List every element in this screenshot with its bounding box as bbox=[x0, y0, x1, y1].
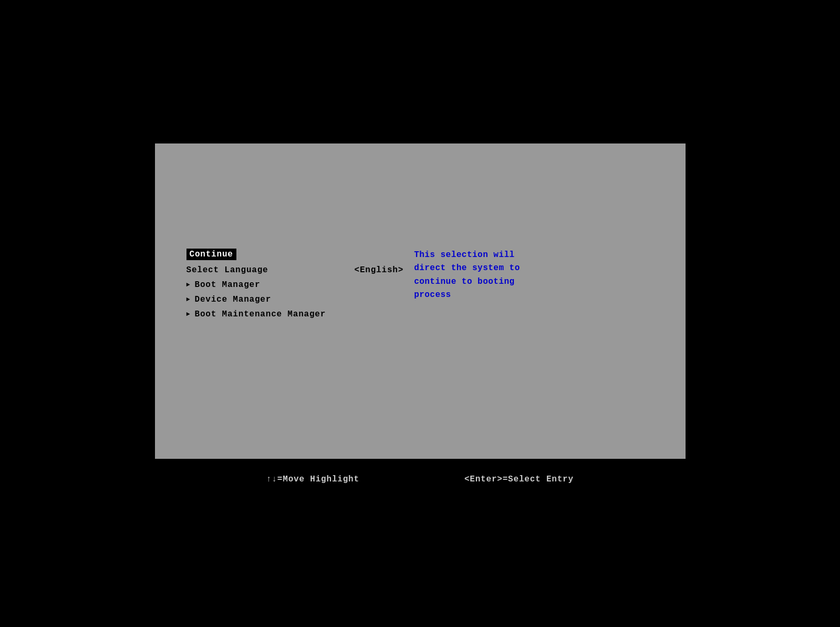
arrow-icon-boot-maintenance: ► bbox=[186, 311, 191, 318]
select-language-value[interactable]: <English> bbox=[355, 265, 404, 275]
description-line1: This selection will bbox=[414, 250, 515, 260]
bios-window: Continue Select Language <English> ► Boo… bbox=[155, 143, 686, 459]
select-language-row: Select Language <English> bbox=[186, 265, 404, 275]
menu-item-boot-maintenance[interactable]: ► Boot Maintenance Manager bbox=[186, 310, 404, 319]
menu-items-column: Continue Select Language <English> ► Boo… bbox=[186, 249, 404, 448]
select-entry-hint: <Enter>=Select Entry bbox=[464, 475, 574, 484]
description-line2: direct the system to bbox=[414, 263, 520, 273]
status-bar: ↑↓=Move Highlight <Enter>=Select Entry bbox=[266, 475, 574, 484]
menu-area: Continue Select Language <English> ► Boo… bbox=[165, 249, 675, 448]
continue-button[interactable]: Continue bbox=[186, 249, 236, 260]
screen-container: Continue Select Language <English> ► Boo… bbox=[0, 0, 840, 627]
move-highlight-hint: ↑↓=Move Highlight bbox=[266, 475, 359, 484]
menu-item-boot-manager[interactable]: ► Boot Manager bbox=[186, 280, 404, 290]
description-panel: This selection will direct the system to… bbox=[403, 249, 551, 448]
menu-item-continue-row: Continue bbox=[186, 249, 404, 260]
menu-item-device-manager[interactable]: ► Device Manager bbox=[186, 295, 404, 304]
boot-manager-label: Boot Manager bbox=[195, 280, 261, 290]
boot-maintenance-label: Boot Maintenance Manager bbox=[195, 310, 326, 319]
description-line3: continue to booting bbox=[414, 277, 515, 286]
select-language-label[interactable]: Select Language bbox=[186, 265, 313, 275]
description-line4: process bbox=[414, 290, 451, 300]
device-manager-label: Device Manager bbox=[195, 295, 272, 304]
arrow-icon-device-manager: ► bbox=[186, 296, 191, 303]
arrow-icon-boot-manager: ► bbox=[186, 281, 191, 289]
description-text: This selection will direct the system to… bbox=[414, 249, 551, 302]
